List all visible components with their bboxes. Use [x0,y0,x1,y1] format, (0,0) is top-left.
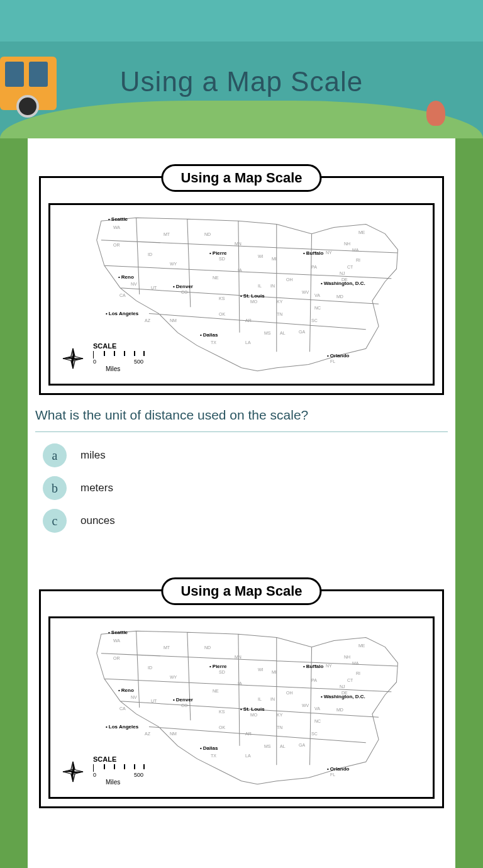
scale-bar [93,764,143,772]
city-seattle: Seattle [108,216,128,222]
option-c[interactable]: c ounces [43,509,440,533]
state-nh: NH [344,242,350,246]
map-scale: SCALE 0 500 Miles [93,342,143,372]
city-pierre: Pierre [209,664,227,669]
state-md: MD [336,294,343,299]
state-nv: NV [131,282,137,286]
option-text: ounces [80,515,115,527]
state-ri: RI [356,258,360,262]
state-al: AL [280,331,286,335]
state-ny: NY [326,250,332,255]
city-pierre: Pierre [209,250,227,256]
state-ms: MS [264,331,271,335]
scale-values: 0 500 [93,772,143,778]
state-fl: FL [330,359,335,364]
state-wv: WV [302,290,309,294]
question-text: What is the unit of distance used on the… [35,408,448,432]
city-reno: Reno [118,687,134,693]
state-la: LA [245,340,251,345]
state-sd: SD [219,257,225,261]
city-la: Los Angeles [106,311,138,316]
city-denver: Denver [173,284,193,289]
state-mn: MN [235,242,242,246]
city-buffalo: Buffalo [303,664,323,669]
city-seattle: Seattle [108,630,128,635]
worksheet-title: Using a Map Scale [161,164,321,192]
state-tx: TX [211,340,216,345]
state-oh: OH [286,277,293,282]
worksheet-title: Using a Map Scale [161,577,321,605]
state-nm: NM [170,318,177,323]
option-text: miles [80,449,106,462]
option-letter: a [43,443,67,467]
city-denver: Denver [173,697,193,703]
option-text: meters [80,482,113,494]
state-ne: NE [213,275,219,280]
state-wi: WI [258,254,264,259]
state-id: ID [148,252,152,257]
city-dallas: Dallas [200,745,218,751]
state-tn: TN [277,312,282,316]
option-a[interactable]: a miles [43,443,440,467]
state-nc: NC [314,306,321,310]
city-buffalo: Buffalo [303,250,323,256]
content-area: Using a Map Scale Seattle Reno Los Angel… [28,138,455,868]
us-map: Seattle Reno Los Angeles Denver Pierre D… [48,203,435,386]
state-wa: WA [113,225,120,230]
state-sc: SC [311,318,318,323]
scale-values: 0 500 [93,359,143,365]
option-letter: b [43,476,67,500]
city-orlando: Orlando [327,353,349,359]
city-reno: Reno [118,274,134,280]
map-scale: SCALE 0 500 Miles [93,755,143,786]
scale-label: SCALE [93,342,143,350]
state-or: OR [113,243,120,247]
state-ok: OK [219,312,225,316]
state-pa: PA [311,265,317,269]
worksheet-card-2: Using a Map Scale Seattle Reno Los Angel… [39,589,444,808]
state-va: VA [314,293,320,298]
city-la: Los Angeles [106,724,138,730]
state-ut: UT [151,286,157,290]
state-ar: AR [245,318,252,323]
state-de: DE [341,277,348,282]
state-in: IN [270,284,275,288]
state-co: CO [181,290,188,294]
compass-rose-icon [62,760,84,783]
us-map: Seattle Reno Los Angeles Denver Pierre D… [48,616,435,799]
state-ks: KS [219,296,225,301]
scale-unit: Miles [106,365,143,372]
state-nj: NJ [340,271,345,275]
state-ky: KY [277,299,282,304]
state-il: IL [258,284,262,288]
answer-options: a miles b meters c ounces [43,443,440,533]
scale-unit: Miles [106,779,143,786]
scale-label: SCALE [93,755,143,763]
compass-rose-icon [62,347,84,370]
state-ga: GA [299,330,305,334]
page-header: Using a Map Scale [0,0,483,138]
worksheet-card: Using a Map Scale Seattle Reno Los Angel… [39,176,444,395]
state-mi: MI [272,257,277,261]
state-ma: MA [352,248,359,252]
state-ia: IA [238,268,242,272]
state-nd: ND [204,232,211,236]
option-letter: c [43,509,67,533]
city-orlando: Orlando [327,766,349,772]
city-stlouis: St. Louis [240,706,265,712]
state-ca: CA [119,293,126,298]
decorative-hills [0,101,483,138]
state-me: ME [358,230,365,235]
city-dallas: Dallas [200,332,218,338]
option-b[interactable]: b meters [43,476,440,500]
state-wy: WY [170,262,177,266]
city-stlouis: St. Louis [240,293,265,299]
state-mt: MT [164,232,170,236]
state-az: AZ [145,318,150,323]
state-ct: CT [347,265,353,269]
page-title: Using a Map Scale [0,66,483,97]
state-mo: MO [250,299,257,304]
fox-illustration [426,101,445,126]
scale-bar [93,351,143,359]
